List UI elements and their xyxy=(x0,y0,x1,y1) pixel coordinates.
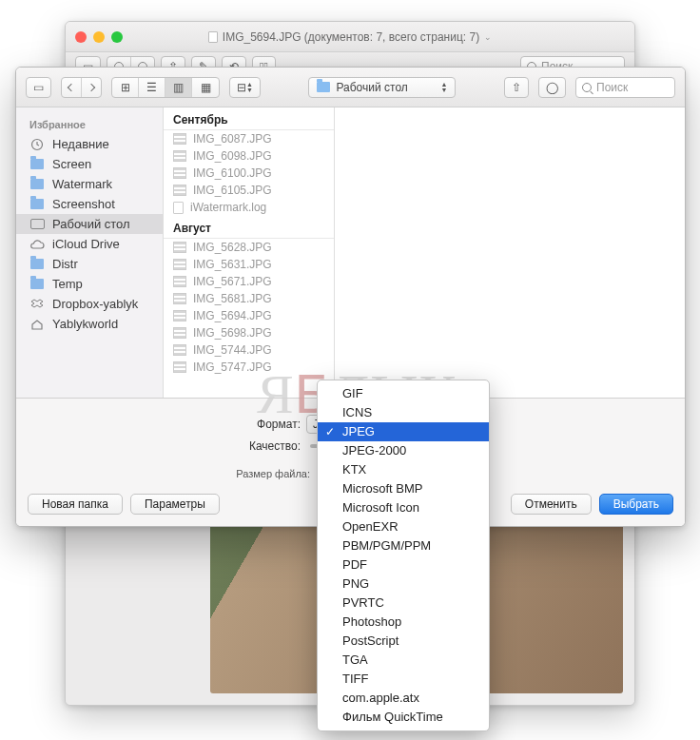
file-item[interactable]: IMG_5631.JPG xyxy=(164,256,334,273)
sidebar-item-yablykworld[interactable]: Yablykworld xyxy=(16,314,163,334)
sidebar-item-label: Distr xyxy=(52,257,78,271)
file-item[interactable]: IMG_5698.JPG xyxy=(164,324,334,341)
sidebar-section-header: Избранное xyxy=(16,115,163,134)
image-icon xyxy=(173,276,186,287)
chevron-updown-icon: ▲▼ xyxy=(441,82,448,92)
icon-view[interactable]: ⊞ xyxy=(112,78,139,97)
sidebar-item-dropbox-yablyk[interactable]: Dropbox-yablyk xyxy=(16,294,163,314)
file-column[interactable]: СентябрьIMG_6087.JPGIMG_6098.JPGIMG_6100… xyxy=(164,107,335,398)
image-icon xyxy=(173,361,186,373)
search-placeholder: Поиск xyxy=(596,81,628,94)
dropdown-option[interactable]: Microsoft Icon xyxy=(318,498,489,517)
format-dropdown[interactable]: GIFICNSJPEGJPEG-2000KTXMicrosoft BMPMicr… xyxy=(317,380,490,731)
minimize-button[interactable] xyxy=(93,31,105,43)
file-item[interactable]: IMG_6087.JPG xyxy=(164,130,334,147)
image-icon xyxy=(173,185,186,196)
image-icon xyxy=(173,150,186,162)
gallery-view[interactable]: ▦ xyxy=(192,78,219,97)
finder-toolbar: ▭ ⊞ ☰ ▥ ▦ ⊟ ▲▼ Рабочий стол ▲▼ ⇧ ◯ Поиск xyxy=(16,68,685,107)
path-selector[interactable]: Рабочий стол ▲▼ xyxy=(308,77,456,98)
dropdown-option[interactable]: ICNS xyxy=(318,403,489,422)
dropdown-option[interactable]: PostScript xyxy=(318,632,489,651)
dropdown-option[interactable]: Photoshop xyxy=(318,613,489,632)
nav-back-forward[interactable] xyxy=(61,77,102,98)
choose-button[interactable]: Выбрать xyxy=(599,494,673,515)
sidebar-toggle[interactable]: ▭ xyxy=(26,77,51,98)
close-button[interactable] xyxy=(75,31,87,43)
file-item[interactable]: IMG_6100.JPG xyxy=(164,165,334,182)
sidebar-item-label: Temp xyxy=(52,277,83,291)
document-icon xyxy=(208,31,218,43)
file-name: IMG_5671.JPG xyxy=(193,275,272,288)
quality-label: Качество: xyxy=(16,439,306,453)
preview-titlebar: IMG_5694.JPG (документов: 7, всего стран… xyxy=(66,22,634,52)
search-icon xyxy=(582,83,592,92)
folder-icon xyxy=(317,82,330,92)
view-mode-segment[interactable]: ⊞ ☰ ▥ ▦ xyxy=(111,77,220,98)
dropdown-option[interactable]: JPEG xyxy=(318,422,489,441)
window-title: IMG_5694.JPG (документов: 7, всего стран… xyxy=(66,30,634,44)
dropdown-option[interactable]: GIF xyxy=(318,384,489,403)
file-name: IMG_5681.JPG xyxy=(193,292,272,305)
dropdown-option[interactable]: PVRTC xyxy=(318,594,489,613)
options-button[interactable]: Параметры xyxy=(130,494,220,515)
sidebar-item-label: Watermark xyxy=(52,177,112,191)
dropdown-option[interactable]: PDF xyxy=(318,555,489,574)
dropdown-option[interactable]: KTX xyxy=(318,460,489,479)
file-item[interactable]: IMG_5671.JPG xyxy=(164,273,334,290)
sidebar-item-label: Dropbox-yablyk xyxy=(52,297,138,311)
dropdown-option[interactable]: Microsoft BMP xyxy=(318,479,489,498)
sidebar-item-label: Yablykworld xyxy=(52,317,118,331)
file-item[interactable]: IMG_6105.JPG xyxy=(164,182,334,199)
sidebar-item-watermark[interactable]: Watermark xyxy=(16,174,163,194)
image-icon xyxy=(173,293,186,304)
file-name: IMG_5698.JPG xyxy=(193,326,272,340)
dropdown-option[interactable]: JPEG-2000 xyxy=(318,441,489,460)
sidebar-item-недавние[interactable]: Недавние xyxy=(16,134,163,154)
sidebar-item-label: Недавние xyxy=(52,137,109,151)
group-header: Август xyxy=(164,216,334,239)
file-item[interactable]: IMG_6098.JPG xyxy=(164,147,334,165)
file-item[interactable]: IMG_5681.JPG xyxy=(164,290,334,307)
file-name: iWatermark.log xyxy=(190,201,266,214)
sidebar-item-temp[interactable]: Temp xyxy=(16,274,163,294)
file-name: IMG_6087.JPG xyxy=(193,132,272,146)
sidebar-item-рабочий-стол[interactable]: Рабочий стол xyxy=(16,214,163,234)
image-icon xyxy=(173,310,186,321)
sidebar-item-distr[interactable]: Distr xyxy=(16,254,163,274)
share-button[interactable]: ⇧ xyxy=(504,77,529,98)
file-item[interactable]: IMG_5628.JPG xyxy=(164,239,334,256)
dropdown-option[interactable]: PBM/PGM/PPM xyxy=(318,536,489,555)
group-by[interactable]: ⊟ ▲▼ xyxy=(229,77,261,98)
finder-body: Избранное НедавниеScreenWatermarkScreens… xyxy=(16,107,685,398)
file-name: IMG_5694.JPG xyxy=(193,309,272,322)
finder-sidebar: Избранное НедавниеScreenWatermarkScreens… xyxy=(16,107,164,398)
sidebar-item-label: Screen xyxy=(52,157,91,171)
sidebar-item-screenshot[interactable]: Screenshot xyxy=(16,194,163,214)
file-name: IMG_6100.JPG xyxy=(193,166,272,180)
file-item[interactable]: IMG_5694.JPG xyxy=(164,307,334,324)
new-folder-button[interactable]: Новая папка xyxy=(28,494,123,515)
dropdown-option[interactable]: TGA xyxy=(318,651,489,670)
dropdown-option[interactable]: com.apple.atx xyxy=(318,689,489,708)
list-view[interactable]: ☰ xyxy=(139,78,165,97)
sidebar-item-screen[interactable]: Screen xyxy=(16,154,163,174)
sidebar-item-label: iCloud Drive xyxy=(52,237,120,251)
window-title-text: IMG_5694.JPG (документов: 7, всего стран… xyxy=(223,30,479,44)
cancel-button[interactable]: Отменить xyxy=(511,494,592,515)
file-item[interactable]: iWatermark.log xyxy=(164,199,334,216)
file-item[interactable]: IMG_5744.JPG xyxy=(164,341,334,359)
dropdown-option[interactable]: Фильм QuickTime xyxy=(318,708,489,727)
image-icon xyxy=(173,344,186,356)
dropdown-option[interactable]: OpenEXR xyxy=(318,517,489,536)
tags-button[interactable]: ◯ xyxy=(538,77,566,98)
dropdown-option[interactable]: TIFF xyxy=(318,670,489,689)
sidebar-item-icloud-drive[interactable]: iCloud Drive xyxy=(16,234,163,254)
image-icon xyxy=(173,242,186,253)
dropdown-option[interactable]: PNG xyxy=(318,574,489,594)
finder-search[interactable]: Поиск xyxy=(575,77,675,98)
preview-column xyxy=(335,107,685,398)
image-icon xyxy=(173,327,186,339)
maximize-button[interactable] xyxy=(111,31,123,43)
column-view[interactable]: ▥ xyxy=(165,78,192,97)
